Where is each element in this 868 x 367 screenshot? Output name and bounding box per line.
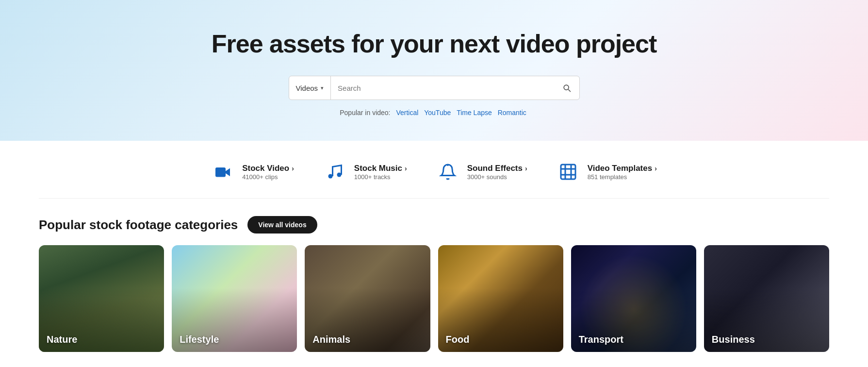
search-input[interactable]: [331, 84, 554, 92]
stat-video-templates[interactable]: Video Templates › 851 templates: [557, 160, 657, 184]
stat-stock-video-text: Stock Video › 41000+ clips: [242, 164, 294, 181]
tag-vertical[interactable]: Vertical: [396, 109, 418, 117]
tag-romantic[interactable]: Romantic: [498, 109, 526, 117]
stat-sound-effects[interactable]: Sound Effects › 3000+ sounds: [436, 160, 527, 184]
svg-rect-7: [570, 165, 572, 179]
search-bar: Videos ▾: [289, 76, 580, 100]
stats-row: Stock Video › 41000+ clips Stock Music ›…: [39, 141, 829, 199]
category-card-nature[interactable]: Nature: [39, 245, 164, 352]
category-card-food[interactable]: Food: [438, 245, 563, 352]
search-type-label: Videos: [296, 84, 318, 92]
popular-label: Popular in video:: [340, 109, 390, 117]
chevron-down-icon: ▾: [321, 85, 324, 91]
category-grid: Nature Lifestyle Animals Food Transport: [39, 245, 829, 352]
stat-video-templates-text: Video Templates › 851 templates: [588, 164, 657, 181]
transport-label: Transport: [579, 334, 623, 345]
nature-label: Nature: [47, 334, 77, 345]
category-card-lifestyle[interactable]: Lifestyle: [172, 245, 297, 352]
stat-video-templates-count: 851 templates: [588, 173, 657, 181]
stat-stock-music-count: 1000+ tracks: [354, 173, 407, 181]
stat-stock-music[interactable]: Stock Music › 1000+ tracks: [323, 160, 407, 184]
svg-point-4: [447, 165, 448, 166]
popular-tags: Popular in video: Vertical YouTube Time …: [10, 109, 858, 117]
stat-stock-video-count: 41000+ clips: [242, 173, 294, 181]
lifestyle-label: Lifestyle: [180, 334, 219, 345]
svg-point-2: [328, 174, 332, 179]
search-submit-button[interactable]: [554, 76, 579, 100]
categories-section: Popular stock footage categories View al…: [39, 199, 829, 362]
business-label: Business: [712, 334, 755, 345]
video-icon: [211, 160, 234, 184]
stat-stock-music-title: Stock Music ›: [354, 164, 407, 173]
stat-sound-effects-text: Sound Effects › 3000+ sounds: [467, 164, 527, 181]
hero-title: Free assets for your next video project: [10, 29, 858, 58]
main-content: Stock Video › 41000+ clips Stock Music ›…: [0, 141, 868, 362]
chevron-right-icon: ›: [405, 165, 407, 172]
svg-rect-0: [215, 167, 226, 177]
stat-stock-video[interactable]: Stock Video › 41000+ clips: [211, 160, 294, 184]
svg-rect-5: [561, 165, 575, 179]
tag-youtube[interactable]: YouTube: [424, 109, 451, 117]
svg-rect-6: [564, 165, 566, 179]
bell-icon: [436, 160, 459, 184]
hero-section: Free assets for your next video project …: [0, 0, 868, 141]
svg-rect-9: [561, 174, 575, 176]
view-all-videos-button[interactable]: View all videos: [247, 216, 317, 234]
chevron-right-icon: ›: [292, 165, 294, 172]
svg-point-3: [337, 173, 341, 177]
stat-stock-video-title: Stock Video ›: [242, 164, 294, 173]
animals-label: Animals: [312, 334, 350, 345]
categories-section-title: Popular stock footage categories: [39, 217, 238, 233]
svg-rect-8: [561, 168, 575, 170]
svg-marker-1: [226, 168, 230, 177]
stat-stock-music-text: Stock Music › 1000+ tracks: [354, 164, 407, 181]
stat-sound-effects-count: 3000+ sounds: [467, 173, 527, 181]
tag-timelapse[interactable]: Time Lapse: [457, 109, 492, 117]
search-container: Videos ▾: [10, 76, 858, 100]
chevron-right-icon: ›: [655, 165, 657, 172]
categories-header: Popular stock footage categories View al…: [39, 216, 829, 234]
stat-video-templates-title: Video Templates ›: [588, 164, 657, 173]
food-label: Food: [446, 334, 470, 345]
search-icon: [562, 83, 572, 93]
music-icon: [323, 160, 346, 184]
search-type-dropdown[interactable]: Videos ▾: [289, 76, 331, 100]
stat-sound-effects-title: Sound Effects ›: [467, 164, 527, 173]
film-icon: [557, 160, 580, 184]
category-card-animals[interactable]: Animals: [305, 245, 430, 352]
chevron-right-icon: ›: [525, 165, 527, 172]
category-card-business[interactable]: Business: [704, 245, 829, 352]
category-card-transport[interactable]: Transport: [571, 245, 696, 352]
